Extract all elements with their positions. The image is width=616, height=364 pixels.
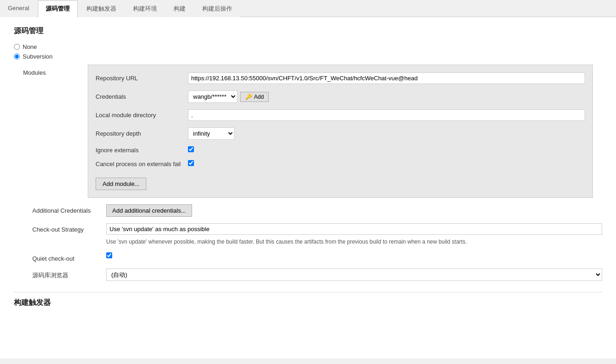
modules-content: Repository URL Credentials wangb/****** …	[88, 65, 593, 198]
local-module-dir-input[interactable]	[188, 109, 585, 121]
tab-build[interactable]: 构建	[166, 0, 193, 17]
radio-none[interactable]: None	[14, 43, 602, 50]
quiet-checkout-value	[106, 252, 602, 260]
repo-url-label: Repository URL	[96, 75, 188, 82]
source-browser-label: 源码库浏览器	[32, 269, 106, 280]
cancel-process-row: Cancel process on externals fail	[96, 160, 585, 167]
local-module-dir-label: Local module directory	[96, 112, 188, 119]
quiet-checkout-row: Quiet check-out	[32, 252, 602, 262]
tab-post-build[interactable]: 构建后操作	[194, 0, 240, 17]
modules-label: Modules	[23, 65, 88, 76]
ignore-externals-row: Ignore externals	[96, 146, 585, 154]
repo-url-input[interactable]	[188, 72, 585, 84]
repo-depth-select[interactable]: infinityemptyfilesimmediatesunknown	[188, 127, 235, 140]
additional-credentials-row: Additional Credentials Add additional cr…	[32, 204, 602, 217]
radio-none-input[interactable]	[14, 44, 20, 50]
checkout-strategy-input[interactable]	[106, 223, 602, 235]
local-module-dir-row: Local module directory	[96, 109, 585, 121]
credentials-row: Credentials wangb/****** 🔑 Add	[96, 90, 585, 103]
ignore-externals-checkbox[interactable]	[188, 146, 194, 152]
key-icon: 🔑	[245, 94, 252, 100]
cancel-process-checkbox[interactable]	[188, 160, 194, 166]
source-browser-value: (自动)	[106, 269, 602, 281]
source-browser-row: 源码库浏览器 (自动)	[32, 269, 602, 281]
radio-none-label: None	[23, 43, 37, 50]
page-title: 源码管理	[14, 26, 602, 36]
additional-credentials-label: Additional Credentials	[32, 204, 106, 214]
radio-subversion-input[interactable]	[14, 54, 20, 60]
credentials-select[interactable]: wangb/******	[188, 90, 237, 103]
source-browser-select[interactable]: (自动)	[106, 269, 602, 281]
checkout-strategy-value: Use 'svn update' whenever possible, maki…	[106, 223, 602, 246]
tabs-bar: General 源码管理 构建触发器 构建环境 构建 构建后操作	[0, 0, 616, 17]
quiet-checkout-checkbox[interactable]	[106, 252, 112, 258]
repo-depth-label: Repository depth	[96, 130, 188, 137]
add-additional-credentials-button[interactable]: Add additional credentials...	[106, 204, 192, 217]
credentials-label: Credentials	[96, 93, 188, 100]
repo-url-value	[188, 72, 585, 84]
add-credentials-button[interactable]: 🔑 Add	[240, 92, 269, 102]
tab-general[interactable]: General	[0, 0, 37, 17]
checkout-strategy-row: Check-out Strategy Use 'svn update' when…	[32, 223, 602, 246]
tab-source-mgmt[interactable]: 源码管理	[38, 0, 78, 17]
add-module-button[interactable]: Add module...	[96, 178, 146, 190]
tab-build-env[interactable]: 构建环境	[125, 0, 165, 17]
add-btn-label: Add	[254, 94, 264, 100]
checkout-strategy-label: Check-out Strategy	[32, 223, 106, 233]
radio-subversion-label: Subversion	[23, 53, 53, 60]
local-module-dir-value	[188, 109, 585, 121]
bottom-section-title: 构建触发器	[14, 292, 602, 308]
quiet-checkout-label: Quiet check-out	[32, 252, 106, 262]
radio-group: None Subversion	[14, 43, 602, 60]
tab-build-trigger[interactable]: 构建触发器	[79, 0, 124, 17]
cancel-process-value	[188, 160, 585, 167]
credentials-value: wangb/****** 🔑 Add	[188, 90, 585, 103]
repo-url-row: Repository URL	[96, 72, 585, 84]
main-content: 源码管理 None Subversion Modules Repository …	[0, 17, 616, 358]
repo-depth-value: infinityemptyfilesimmediatesunknown	[188, 127, 585, 140]
ignore-externals-value	[188, 146, 585, 154]
additional-credentials-value: Add additional credentials...	[106, 204, 602, 217]
checkout-desc: Use 'svn update' whenever possible, maki…	[106, 238, 602, 246]
radio-subversion[interactable]: Subversion	[14, 53, 602, 60]
cancel-process-label: Cancel process on externals fail	[96, 161, 188, 167]
repo-depth-row: Repository depth infinityemptyfilesimmed…	[96, 127, 585, 140]
subversion-section: Modules Repository URL Credentials wangb…	[23, 65, 602, 281]
ignore-externals-label: Ignore externals	[96, 147, 188, 154]
